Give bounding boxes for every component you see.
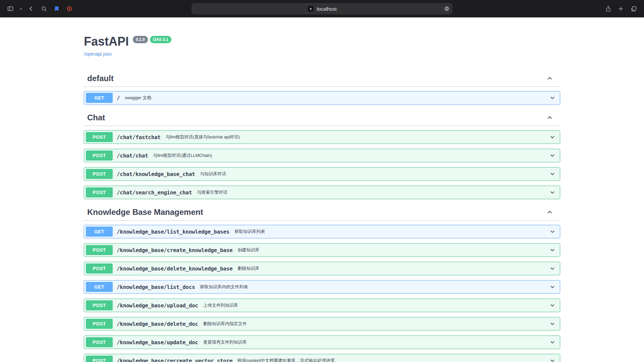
operation-description: 根据content中文档重建向量库，流式输出处理进度。 <box>237 358 339 362</box>
expand-operation-chevron-down-icon[interactable] <box>549 95 556 101</box>
expand-operation-chevron-down-icon[interactable] <box>549 134 556 140</box>
search-button[interactable] <box>38 4 50 14</box>
operation-path: /knowledge_base/delete_knowledge_base <box>117 265 232 272</box>
expand-operation-chevron-down-icon[interactable] <box>549 339 556 346</box>
extension-bookmark-icon[interactable] <box>51 4 62 14</box>
operation-description: 与搜索引擎对话 <box>197 189 227 195</box>
swagger-page: FastAPI 0.1.0 OAS 3.1 /openapi.json defa… <box>0 17 644 362</box>
operation-row[interactable]: POST /chat/chat 与llm模型对话(通过LLMChain) <box>84 149 560 162</box>
page-title: FastAPI <box>84 35 129 48</box>
operation-row[interactable]: GET / swagger 文档 <box>84 91 560 105</box>
operation-row[interactable]: GET /knowledge_base/list_knowledge_bases… <box>84 225 560 238</box>
operation-description: 上传文件到知识库 <box>203 302 238 308</box>
expand-operation-chevron-down-icon[interactable] <box>549 265 556 272</box>
operation-description: 删除知识库内指定文件 <box>203 321 247 327</box>
operation-path: /chat/search_engine_chat <box>117 189 192 196</box>
section-header[interactable]: Chat <box>84 110 560 126</box>
operation-row[interactable]: POST /knowledge_base/create_knowledge_ba… <box>84 243 560 257</box>
api-sections: default GET / swagger 文档 Chat <box>84 70 560 362</box>
method-badge: POST <box>86 263 113 274</box>
tab-overview-button[interactable] <box>628 4 639 14</box>
section-title: default <box>87 74 114 83</box>
title-badges: 0.1.0 OAS 3.1 <box>133 36 171 43</box>
method-badge: POST <box>86 300 113 310</box>
method-badge: POST <box>86 356 113 362</box>
operation-path: / <box>117 95 120 101</box>
sidebar-toggle-button[interactable] <box>5 4 16 14</box>
section-header[interactable]: default <box>84 70 560 87</box>
expand-operation-chevron-down-icon[interactable] <box>549 302 556 309</box>
operation-row[interactable]: POST /chat/fastchat 与llm模型对话(直接与fastchat… <box>84 130 560 144</box>
operation-row[interactable]: GET /knowledge_base/list_docs 获取知识库内的文件列… <box>84 280 560 294</box>
browser-toolbar: localhost <box>0 0 644 17</box>
api-info: FastAPI 0.1.0 OAS 3.1 /openapi.json <box>84 17 560 57</box>
expand-operation-chevron-down-icon[interactable] <box>549 171 556 177</box>
sidebar-chevron-down-icon[interactable] <box>17 4 24 14</box>
address-bar[interactable]: localhost <box>192 3 452 14</box>
operation-description: 获取知识库列表 <box>234 229 265 235</box>
collapse-section-chevron-up-icon[interactable] <box>546 208 553 216</box>
method-badge: POST <box>86 150 113 161</box>
oas-badge: OAS 3.1 <box>150 36 171 43</box>
expand-operation-chevron-down-icon[interactable] <box>549 320 556 327</box>
expand-operation-chevron-down-icon[interactable] <box>549 247 556 253</box>
expand-operation-chevron-down-icon[interactable] <box>549 357 556 362</box>
section-operations: GET /knowledge_base/list_knowledge_bases… <box>84 221 560 362</box>
method-badge: GET <box>86 93 113 103</box>
operation-description: 与llm模型对话(通过LLMChain) <box>153 153 212 159</box>
operation-path: /knowledge_base/list_docs <box>117 284 195 290</box>
operation-row[interactable]: POST /knowledge_base/update_doc 更新现有文件到知… <box>84 336 560 349</box>
operation-path: /knowledge_base/upload_doc <box>117 302 198 309</box>
method-badge: POST <box>86 337 113 347</box>
new-tab-button[interactable] <box>615 4 627 14</box>
extension-target-icon[interactable] <box>64 4 75 14</box>
toolbar-left-group <box>5 4 75 14</box>
operation-row[interactable]: POST /chat/knowledge_base_chat 与知识库对话 <box>84 167 560 181</box>
section-header[interactable]: Knowledge Base Management <box>84 204 560 221</box>
operation-row[interactable]: POST /knowledge_base/upload_doc 上传文件到知识库 <box>84 299 560 312</box>
address-bar-url: localhost <box>317 6 336 12</box>
method-badge: GET <box>86 227 113 237</box>
section-operations: GET / swagger 文档 <box>84 87 560 110</box>
operation-path: /knowledge_base/delete_doc <box>117 321 198 327</box>
api-section: Knowledge Base Management GET /knowledge… <box>84 204 560 362</box>
page-menu-button[interactable] <box>444 6 450 12</box>
operation-description: 与知识库对话 <box>200 171 226 177</box>
operation-path: /knowledge_base/create_knowledge_base <box>117 247 232 253</box>
operation-description: 创建知识库 <box>237 247 259 253</box>
operation-path: /knowledge_base/list_knowledge_bases <box>117 229 229 235</box>
api-section: Chat POST /chat/fastchat 与llm模型对话(直接与fas… <box>84 110 560 204</box>
method-badge: POST <box>86 169 113 179</box>
expand-operation-chevron-down-icon[interactable] <box>549 152 556 159</box>
operation-row[interactable]: POST /knowledge_base/delete_doc 删除知识库内指定… <box>84 317 560 330</box>
operation-description: 删除知识库 <box>237 265 259 272</box>
collapse-section-chevron-up-icon[interactable] <box>546 114 553 121</box>
share-button[interactable] <box>602 4 614 14</box>
operation-description: 获取知识库内的文件列表 <box>200 284 248 290</box>
site-favicon-icon <box>307 5 314 12</box>
operation-row[interactable]: POST /chat/search_engine_chat 与搜索引擎对话 <box>84 186 560 199</box>
operation-path: /chat/chat <box>117 153 148 159</box>
operation-description: 更新现有文件到知识库 <box>203 339 247 345</box>
method-badge: GET <box>86 282 113 292</box>
expand-operation-chevron-down-icon[interactable] <box>549 189 556 196</box>
section-title: Chat <box>87 113 105 122</box>
operation-path: /knowledge_base/update_doc <box>117 339 198 346</box>
collapse-section-chevron-up-icon[interactable] <box>546 75 553 82</box>
operation-path: /knowledge_base/recreate_vector_store <box>117 358 232 362</box>
method-badge: POST <box>86 132 113 142</box>
openapi-spec-link[interactable]: /openapi.json <box>84 51 112 57</box>
toolbar-right-group <box>602 4 639 14</box>
operation-description: swagger 文档 <box>125 95 151 101</box>
method-badge: POST <box>86 187 113 197</box>
operation-row[interactable]: POST /knowledge_base/delete_knowledge_ba… <box>84 262 560 275</box>
operation-description: 与llm模型对话(直接与fastchat api对话) <box>166 134 240 140</box>
operation-row[interactable]: POST /knowledge_base/recreate_vector_sto… <box>84 354 560 362</box>
api-section: default GET / swagger 文档 <box>84 70 560 110</box>
section-title: Knowledge Base Management <box>87 207 203 217</box>
expand-operation-chevron-down-icon[interactable] <box>549 228 556 235</box>
version-badge: 0.1.0 <box>133 36 148 43</box>
back-button[interactable] <box>25 4 37 14</box>
expand-operation-chevron-down-icon[interactable] <box>549 284 556 290</box>
operation-path: /chat/fastchat <box>117 134 161 140</box>
